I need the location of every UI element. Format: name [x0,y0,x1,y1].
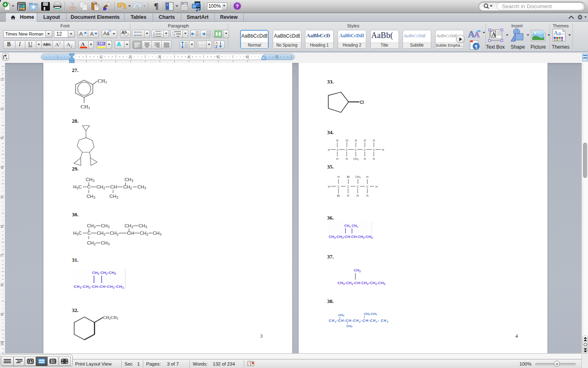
svg-text:C: C [336,148,339,151]
svg-text:CH3​: CH3​ [353,157,359,161]
svg-text:32.: 32. [72,307,78,313]
svg-text:CH3​: CH3​ [138,223,147,229]
svg-text:C: C [366,185,368,188]
svg-text:Br: Br [337,194,341,197]
svg-text:36.: 36. [327,215,334,221]
svg-text:H3​C: H3​C [73,231,82,236]
svg-text:4: 4 [515,333,518,339]
svg-text:29.: 29. [72,166,78,172]
svg-text:H: H [336,157,338,160]
svg-text:C: C [347,185,349,188]
svg-text:H: H [328,148,330,151]
svg-text:CH3​-CH2​-CH-CH2​-CH2​-CH3​: CH3​-CH2​-CH-CH2​-CH2​-CH3​ [338,280,385,285]
svg-text:C: C [345,148,347,151]
svg-text:C: C [354,148,356,151]
svg-text:31.: 31. [72,257,78,263]
svg-text:Cl: Cl [345,139,348,142]
svg-text:H: H [356,194,359,197]
svg-text:CH3​-CH2​-CH-CH-CH2​-CH3​: CH3​-CH2​-CH-CH-CH2​-CH3​ [74,284,124,289]
svg-text:CH3​: CH3​ [138,184,147,190]
svg-text:CH2​-CH3​: CH2​-CH3​ [364,312,377,316]
svg-text:Cl: Cl [360,100,364,105]
svg-text:CH: CH [110,184,117,189]
svg-text:H3​C: H3​C [73,184,82,190]
svg-text:H: H [364,157,366,160]
svg-text:CH2​: CH2​ [140,231,149,236]
svg-text:CH2​: CH2​ [123,184,132,190]
svg-text:CH: CH [127,231,134,236]
svg-text:CH3​: CH3​ [346,324,353,328]
svg-text:CH2​: CH2​ [87,223,96,229]
svg-text:CH3​: CH3​ [86,177,95,183]
svg-text:CH3​: CH3​ [101,223,110,229]
svg-text:C: C [364,148,366,151]
svg-text:CH3​ CH3​: CH3​ CH3​ [344,224,358,228]
svg-text:CH2​: CH2​ [96,184,105,190]
svg-text:H: H [364,139,366,142]
svg-text:35.: 35. [327,164,334,170]
svg-text:H: H [382,148,384,151]
svg-text:H: H [345,157,347,160]
svg-text:C: C [87,231,91,236]
svg-text:30.: 30. [72,211,78,218]
svg-text:H: H [337,175,339,178]
svg-text:CH3​-CH-CH-CH2​-CH-CH2​- CH3​: CH3​-CH-CH-CH2​-CH-CH2​- CH3​ [329,319,388,323]
svg-text:37.: 37. [327,254,334,260]
svg-text:H: H [373,139,375,142]
svg-text:H: H [355,139,357,142]
svg-text:CH3​: CH3​ [125,177,134,183]
svg-text:H: H [328,185,330,188]
svg-text:H: H [375,185,377,188]
svg-text:34.: 34. [327,129,334,135]
svg-text:C: C [356,185,359,188]
svg-text:Br: Br [347,175,350,178]
svg-text:3: 3 [260,333,263,339]
svg-text:CH3​: CH3​ [98,78,107,84]
svg-text:CH3​: CH3​ [354,268,361,273]
svg-text:CH3​: CH3​ [338,313,345,317]
svg-text:28.: 28. [72,118,78,124]
svg-text:CH2​CH3​: CH2​CH3​ [103,315,118,321]
svg-text:CH2​: CH2​ [97,231,106,236]
svg-text:CH3​: CH3​ [87,194,96,200]
svg-text:H: H [336,139,338,142]
svg-text:33.: 33. [327,79,334,85]
svg-text:H: H [366,175,368,178]
svg-text:CH2​: CH2​ [87,240,96,246]
svg-text:H: H [373,157,375,160]
svg-text:CH3​: CH3​ [109,194,118,200]
svg-text:38.: 38. [327,298,334,304]
svg-text:27.: 27. [72,67,78,73]
svg-text:H: H [347,194,349,197]
svg-text:CH3​: CH3​ [101,240,110,246]
svg-text:H: H [366,194,368,197]
svg-text:CH3​: CH3​ [153,231,162,236]
svg-text:CH2​: CH2​ [125,223,134,229]
svg-text:CH2​: CH2​ [110,231,119,236]
svg-text:C: C [373,148,375,151]
svg-text:CH3​: CH3​ [81,103,90,110]
svg-text:CH3​: CH3​ [355,175,361,179]
svg-text:CH3​-CH2​-CH-CH-CH2​-CH3​: CH3​-CH2​-CH-CH-CH2​-CH3​ [329,235,373,239]
svg-text:': ' [327,309,328,312]
svg-text:CH3​ CH2​-CH3​: CH3​ CH2​-CH3​ [92,270,116,275]
svg-text:C: C [337,185,339,188]
